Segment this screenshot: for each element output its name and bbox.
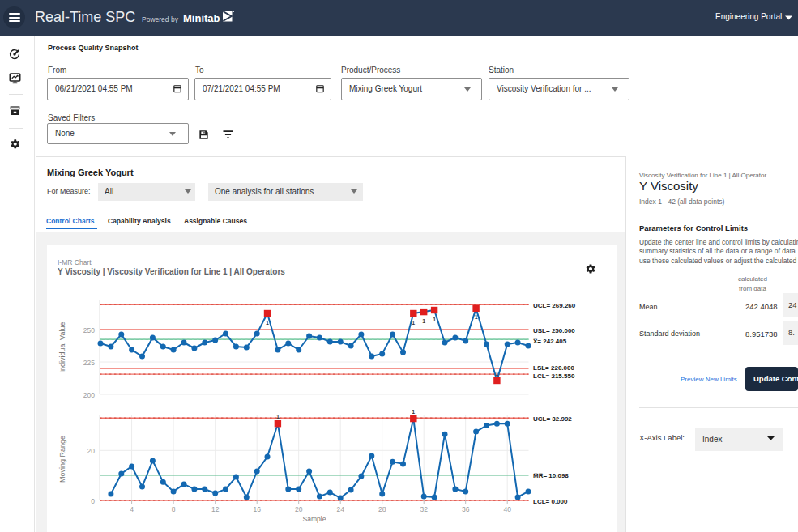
svg-text:1: 1 [495,371,498,377]
svg-text:LCL= 0.000: LCL= 0.000 [533,498,568,505]
svg-text:8: 8 [172,505,176,513]
svg-text:40: 40 [503,505,511,513]
svg-text:1: 1 [412,320,415,326]
svg-text:28: 28 [378,505,386,513]
svg-text:12: 12 [211,505,220,513]
svg-text:32: 32 [420,505,428,513]
svg-text:225: 225 [83,359,95,367]
svg-text:X̅= 242.405: X̅= 242.405 [533,338,567,345]
svg-text:USL= 250.000: USL= 250.000 [533,327,575,334]
svg-text:LCL= 215.550: LCL= 215.550 [533,372,575,380]
svg-text:36: 36 [462,505,470,513]
svg-text:0: 0 [91,497,95,505]
svg-text:250: 250 [83,326,95,334]
svg-text:Moving Range: Moving Range [58,436,66,483]
svg-text:200: 200 [83,391,95,399]
svg-text:20: 20 [87,447,96,455]
svg-text:UCL= 269.260: UCL= 269.260 [533,302,576,309]
svg-text:1: 1 [433,317,436,322]
svg-text:UCL= 32.992: UCL= 32.992 [533,415,572,423]
svg-text:24: 24 [336,505,344,513]
svg-text:1: 1 [475,314,478,320]
svg-text:1: 1 [412,409,415,415]
svg-text:4: 4 [130,505,134,513]
svg-text:20: 20 [295,505,303,513]
svg-text:M̅R̅= 10.098: M̅R̅= 10.098 [533,472,569,479]
svg-text:Sample: Sample [303,515,326,523]
svg-text:Individual Value: Individual Value [58,322,66,373]
svg-text:1: 1 [422,318,425,324]
svg-text:1: 1 [266,320,269,326]
svg-text:16: 16 [253,505,261,513]
svg-text:LSL= 220.000: LSL= 220.000 [533,364,574,372]
svg-text:1: 1 [276,414,280,419]
